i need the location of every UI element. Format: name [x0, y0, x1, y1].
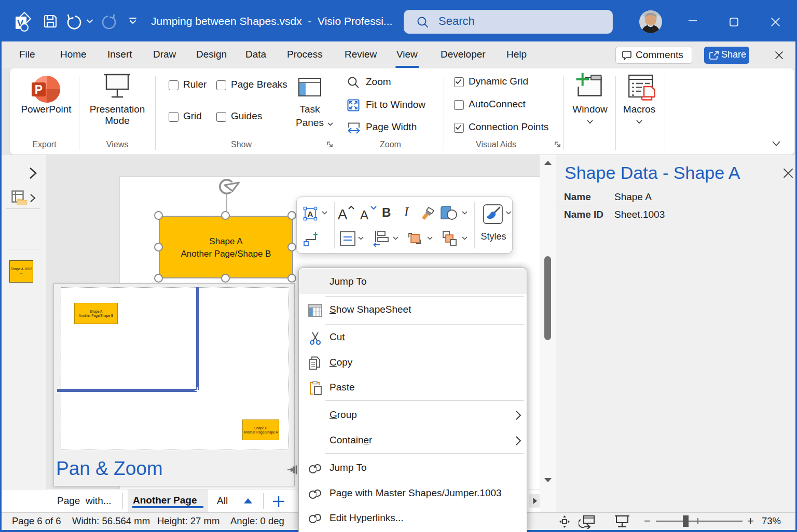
- svg-text:A: A: [308, 209, 313, 218]
- svg-text:P: P: [35, 83, 43, 96]
- svg-text:A: A: [360, 208, 368, 221]
- svg-text:A: A: [338, 206, 348, 221]
